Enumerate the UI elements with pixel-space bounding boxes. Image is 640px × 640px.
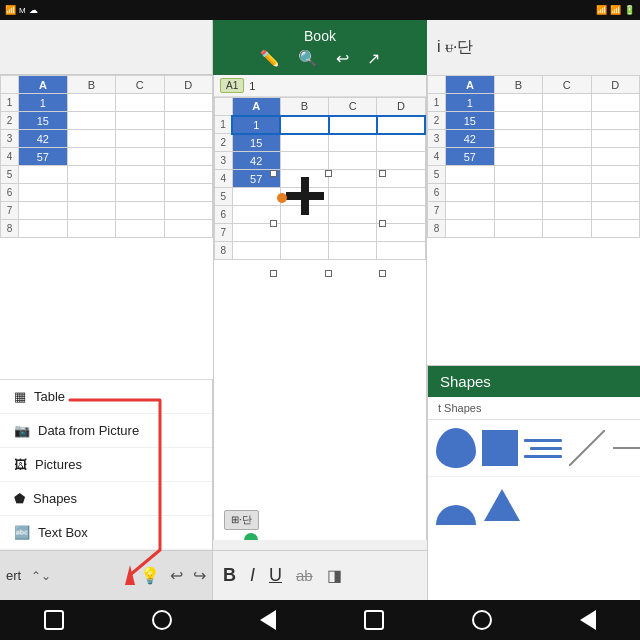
col-header-A: A [19,76,67,94]
bold-button[interactable]: B [223,565,236,586]
underline-button[interactable]: U [269,565,282,586]
sel-handle-tr [379,170,386,177]
table-row[interactable]: 8 [428,220,640,238]
col-header-B: B [67,76,115,94]
center-col-D: D [377,98,425,116]
sel-handle-ml [270,220,277,227]
move-icon[interactable] [286,177,324,215]
image-icon: 🖼 [14,457,27,472]
right-col-B: B [494,76,542,94]
menu-item-pictures[interactable]: 🖼 Pictures [0,448,212,482]
status-bar: 📶 M ☁ 📶 📶 🔋 [0,0,640,20]
sel-handle-tm [325,170,332,177]
system-nav-bar [0,600,640,640]
shape-triangle[interactable] [482,485,522,525]
nav-square-button[interactable] [44,610,64,630]
shape-half-circle[interactable] [436,428,476,468]
left-bottom-toolbar: ert ⌃⌄ 💡 ↩ ↪ [0,550,213,600]
excel-header: Book ✏️ 🔍 ↩ ↗ [213,20,427,75]
menu-label-text-box: Text Box [38,525,88,540]
table-row[interactable]: 5 [1,166,213,184]
nav-circle-button[interactable] [152,610,172,630]
table-row[interactable]: 7 [1,202,213,220]
table-row[interactable]: 5 [428,166,640,184]
menu-label-shapes: Shapes [33,491,77,506]
col-header-C: C [116,76,164,94]
formula-bar: A1 1 [214,75,426,97]
table-row[interactable]: 6 [1,184,213,202]
orange-handle[interactable] [277,193,287,203]
italic-button[interactable]: I [250,565,255,586]
table-row[interactable]: 8 [1,220,213,238]
table-row[interactable]: 3 42 [215,152,426,170]
center-col-C: C [329,98,377,116]
shape-semicircle[interactable] [436,485,476,525]
nav-square-button-2[interactable] [364,610,384,630]
selection-handle-center[interactable] [244,533,258,540]
table-row[interactable]: 7 [428,202,640,220]
chevron-icon[interactable]: ⌃⌄ [31,569,51,583]
center-spreadsheet: A1 1 A B C D 1 1 2 15 [213,75,427,540]
redo-icon[interactable]: ↪ [193,566,206,585]
nav-circle-button-2[interactable] [472,610,492,630]
table-row[interactable]: 1 1 [215,116,426,134]
col-header-D: D [164,76,212,94]
table-row[interactable]: 3 42 [428,130,640,148]
undo-icon[interactable]: ↩ [336,49,349,68]
menu-item-shapes[interactable]: ⬟ Shapes [0,482,212,516]
table-icon: ▦ [14,389,26,404]
table-row[interactable]: 4 57 [1,148,213,166]
table-row[interactable]: 4 57 [428,148,640,166]
table-row[interactable]: 2 15 [1,112,213,130]
excel-title: Book [304,28,336,44]
shape-lines-icon[interactable] [524,429,562,467]
menu-item-table[interactable]: ▦ Table [0,380,212,414]
shapes-row-2 [428,477,640,533]
highlight-button[interactable]: ◨ [327,566,342,585]
insert-menu: ▦ Table 📷 Data from Picture 🖼 Pictures ⬟… [0,379,213,550]
table-row[interactable]: 1 1 [1,94,213,112]
menu-label-pictures: Pictures [35,457,82,472]
table-row[interactable]: 3 42 [1,130,213,148]
right-header: i ᵾ·단 [427,20,640,75]
right-col-C: C [543,76,591,94]
table-row[interactable]: 6 [428,184,640,202]
table-row[interactable]: 7 [215,224,426,242]
shapes-row-1 [428,420,640,477]
nav-back-button-2[interactable] [580,610,596,630]
sel-handle-bm [325,270,332,277]
search-icon[interactable]: 🔍 [298,49,318,68]
undo-icon[interactable]: ↩ [170,566,183,585]
shape-square[interactable] [482,430,518,466]
camera-icon: 📷 [14,423,30,438]
pencil-icon[interactable]: ✏️ [260,49,280,68]
svg-marker-0 [286,177,324,215]
shapes-title: Shapes [428,366,640,397]
table-row[interactable]: 2 15 [215,134,426,152]
table-row[interactable]: 8 [215,242,426,260]
nav-back-button[interactable] [260,610,276,630]
menu-item-data-from-picture[interactable]: 📷 Data from Picture [0,414,212,448]
left-header [0,20,213,75]
svg-line-1 [569,430,605,466]
shape-diagonal2[interactable] [612,429,640,467]
menu-label-table: Table [34,389,65,404]
right-header-text: i ᵾ·단 [437,37,473,58]
textbox-icon: 🔤 [14,525,30,540]
menu-item-text-box[interactable]: 🔤 Text Box [0,516,212,550]
center-col-B: B [280,98,328,116]
sel-handle-tl [270,170,277,177]
shape-diagonal1[interactable] [568,429,606,467]
right-col-D: D [591,76,639,94]
lightbulb-icon[interactable]: 💡 [140,566,160,585]
sel-handle-br [379,270,386,277]
center-col-A: A [232,98,280,116]
sel-handle-bl [270,270,277,277]
share-icon[interactable]: ↗ [367,49,380,68]
menu-label-data-from-picture: Data from Picture [38,423,139,438]
shapes-subtitle: t Shapes [428,397,640,420]
shapes-icon: ⬟ [14,491,25,506]
table-row[interactable]: 1 1 [428,94,640,112]
table-row[interactable]: 2 15 [428,112,640,130]
strikethrough-button[interactable]: ab [296,567,313,584]
